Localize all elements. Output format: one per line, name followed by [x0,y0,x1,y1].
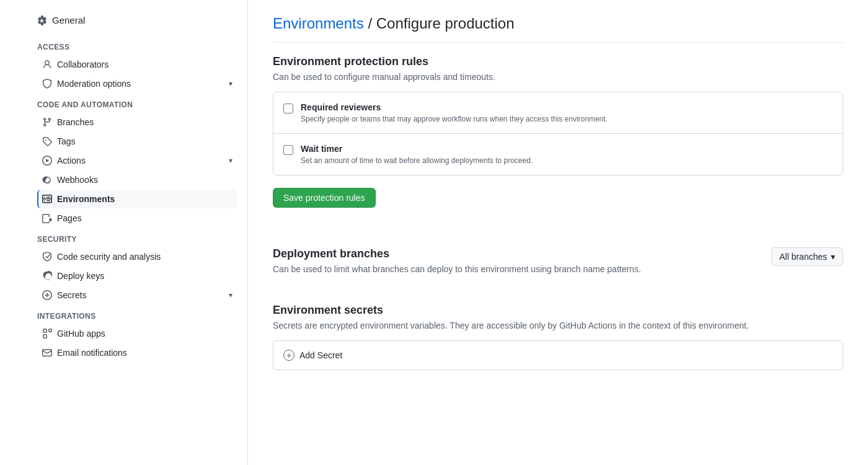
wait-timer-desc: Set an amount of time to wait before all… [301,156,533,165]
add-secret-button[interactable]: + Add Secret [273,340,843,370]
protection-rules-title: Environment protection rules [273,55,843,68]
add-secret-label: Add Secret [299,350,342,360]
deploy-keys-label: Deploy keys [57,271,104,281]
sidebar-section-access: Access [37,38,237,55]
breadcrumb-separator: / [364,15,376,32]
sidebar-item-general[interactable]: General [37,10,237,30]
required-reviewers-label: Required reviewers [301,102,608,112]
gear-icon [37,16,47,25]
moderation-options-label: Moderation options [57,79,131,89]
person-icon [42,60,52,69]
rules-card: Required reviewers Specify people or tea… [273,92,843,175]
sidebar-item-secrets[interactable]: Secrets ▾ [37,286,237,304]
sidebar-general-label: General [52,15,85,25]
sidebar-item-collaborators[interactable]: Collaborators [37,55,237,74]
deployment-branches-desc: Can be used to limit what branches can d… [273,264,761,274]
code-security-label: Code security and analysis [57,252,161,262]
github-apps-label: GitHub apps [57,329,105,339]
environments-breadcrumb-link[interactable]: Environments [273,15,364,32]
actions-label: Actions [57,156,86,166]
branches-label: Branches [57,117,94,127]
server-icon [42,194,52,204]
environment-secrets-section: Environment secrets Secrets are encrypte… [273,304,843,370]
sidebar-section-integrations: Integrations [37,307,237,324]
deployment-branches-row: Deployment branches Can be used to limit… [273,247,843,284]
configure-production-title: Configure production [376,15,515,32]
plus-circle-icon [42,290,52,300]
deployment-branches-text: Deployment branches Can be used to limit… [273,247,761,284]
pages-icon [42,213,52,223]
play-icon [42,156,52,166]
sidebar-section-security: Security [37,230,237,247]
webhooks-label: Webhooks [57,175,98,185]
environments-label: Environments [57,194,115,204]
branches-dropdown-button[interactable]: All branches ▾ [771,247,843,266]
sidebar-item-github-apps[interactable]: GitHub apps [37,324,237,343]
wait-timer-rule: Wait timer Set an amount of time to wait… [273,133,843,175]
branches-dropdown-label: All branches [779,252,827,262]
wait-timer-checkbox[interactable] [283,145,293,155]
sidebar-item-deploy-keys[interactable]: Deploy keys [37,267,237,285]
wait-timer-text: Wait timer Set an amount of time to wait… [301,144,533,165]
apps-icon [42,329,52,339]
sidebar-item-environments[interactable]: Environments [37,190,237,208]
add-secret-icon: + [283,350,294,361]
mail-icon [42,348,52,358]
sidebar-item-moderation-options[interactable]: Moderation options ▾ [37,74,237,93]
protection-rules-desc: Can be used to configure manual approval… [273,72,843,82]
page-title: Environments / Configure production [273,15,515,32]
webhook-icon [42,175,52,185]
collaborators-label: Collaborators [57,60,108,69]
wait-timer-label: Wait timer [301,144,533,154]
chevron-down-icon-branches: ▾ [831,252,835,262]
save-protection-rules-button[interactable]: Save protection rules [273,188,376,208]
chevron-down-icon-actions: ▾ [229,156,232,165]
main-content: Environments / Configure production Envi… [248,0,868,465]
shield-check-icon [42,252,52,262]
deployment-branches-title: Deployment branches [273,247,761,260]
tags-label: Tags [57,136,76,146]
sidebar-item-branches[interactable]: Branches [37,113,237,131]
deployment-branches-section: Deployment branches Can be used to limit… [273,247,843,284]
protection-rules-section: Environment protection rules Can be used… [273,55,843,228]
secrets-desc: Secrets are encrypted environment variab… [273,321,843,330]
required-reviewers-text: Required reviewers Specify people or tea… [301,102,608,123]
sidebar-item-email-notifications[interactable]: Email notifications [37,343,237,362]
sidebar: General Access Collaborators Moderation … [0,0,248,465]
required-reviewers-checkbox[interactable] [283,104,293,113]
secrets-label: Secrets [57,290,86,300]
shield-icon [42,79,52,89]
tag-icon [42,136,52,146]
chevron-down-icon-secrets: ▾ [229,291,232,299]
sidebar-item-tags[interactable]: Tags [37,132,237,151]
sidebar-item-webhooks[interactable]: Webhooks [37,170,237,189]
pages-label: Pages [57,213,82,223]
required-reviewers-desc: Specify people or teams that may approve… [301,115,608,123]
email-notifications-label: Email notifications [57,348,127,358]
sidebar-item-pages[interactable]: Pages [37,209,237,228]
secrets-title: Environment secrets [273,304,843,317]
required-reviewers-rule: Required reviewers Specify people or tea… [273,92,843,133]
sidebar-item-code-security[interactable]: Code security and analysis [37,247,237,266]
key-icon [42,271,52,281]
sidebar-section-code-automation: Code and automation [37,95,237,113]
branch-icon [42,117,52,127]
page-header: Environments / Configure production [273,15,843,43]
sidebar-item-actions[interactable]: Actions ▾ [37,151,237,170]
chevron-down-icon: ▾ [229,79,232,88]
